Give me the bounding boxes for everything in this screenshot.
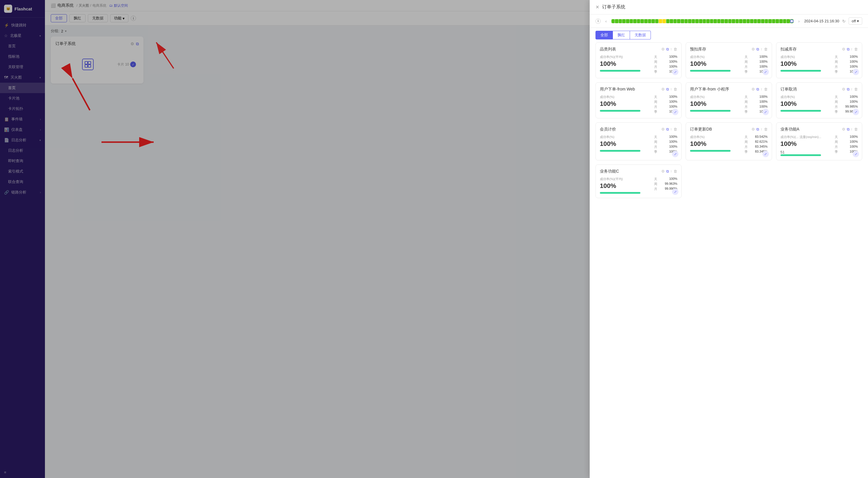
metric-copy-icon[interactable]: ⧉ bbox=[666, 169, 669, 174]
metric-settings-icon[interactable]: ⚙ bbox=[661, 87, 665, 92]
metric-upload-icon[interactable]: ↑ bbox=[761, 47, 763, 52]
metric-period: 天 bbox=[835, 135, 838, 139]
off-dropdown[interactable]: off ▾ bbox=[848, 18, 862, 25]
metric-expand-btn[interactable]: ⤢ bbox=[852, 109, 859, 115]
timeline-track bbox=[612, 19, 794, 23]
metric-upload-icon[interactable]: ↑ bbox=[851, 47, 853, 52]
metric-upload-icon[interactable]: ↑ bbox=[670, 169, 672, 174]
metric-period: 季 bbox=[654, 150, 657, 154]
metric-delete-icon[interactable]: 🗑 bbox=[764, 127, 768, 132]
metric-stat-row: 天 100% bbox=[835, 55, 858, 59]
timeline-segment bbox=[648, 19, 651, 23]
metric-settings-icon[interactable]: ⚙ bbox=[842, 47, 845, 52]
metric-delete-icon[interactable]: 🗑 bbox=[674, 169, 677, 174]
timeline-info-icon[interactable]: ℹ bbox=[595, 19, 601, 24]
metric-settings-icon[interactable]: ⚙ bbox=[661, 127, 665, 132]
timeline-segment bbox=[684, 19, 688, 23]
metric-label: 成功率(%)(平均) bbox=[600, 55, 651, 59]
metric-delete-icon[interactable]: 🗑 bbox=[674, 47, 677, 52]
metric-settings-icon[interactable]: ⚙ bbox=[751, 47, 755, 52]
metric-delete-icon[interactable]: 🗑 bbox=[764, 47, 768, 52]
metric-expand-btn[interactable]: ⤢ bbox=[672, 188, 678, 195]
metric-stat-row: 周 100% bbox=[654, 100, 677, 104]
metric-card-deduct-inventory: 扣减库存 ⚙ ⧉ ↑ 🗑 成功率(%) 100% 天 100% bbox=[776, 42, 862, 78]
metric-expand-btn[interactable]: ⤢ bbox=[672, 69, 678, 75]
timeline-segment bbox=[681, 19, 684, 23]
timeline-segment bbox=[710, 19, 713, 23]
panel-close-btn[interactable]: ✕ bbox=[595, 4, 599, 10]
metric-settings-icon[interactable]: ⚙ bbox=[842, 127, 845, 132]
metric-delete-icon[interactable]: 🗑 bbox=[854, 127, 858, 132]
metric-delete-icon[interactable]: 🗑 bbox=[674, 127, 677, 132]
refresh-icon[interactable]: ↻ bbox=[842, 19, 846, 24]
timeline-prev-btn[interactable]: ‹ bbox=[603, 18, 609, 24]
metric-expand-btn[interactable]: ⤢ bbox=[763, 109, 769, 115]
metric-period-value: 100% bbox=[760, 55, 768, 59]
metric-expand-btn[interactable]: ⤢ bbox=[763, 151, 769, 157]
metric-upload-icon[interactable]: ↑ bbox=[670, 47, 672, 52]
metric-period-value: 100% bbox=[760, 60, 768, 64]
metric-period: 月 bbox=[654, 65, 657, 69]
metric-stat-row: 月 100% bbox=[654, 65, 677, 69]
panel-tab-nodata[interactable]: 无数据 bbox=[630, 31, 651, 39]
metric-expand-btn[interactable]: ⤢ bbox=[852, 69, 859, 75]
timeline-segment bbox=[706, 19, 710, 23]
metric-copy-icon[interactable]: ⧉ bbox=[847, 47, 849, 52]
timeline-segment bbox=[641, 19, 644, 23]
metric-value: 100% bbox=[690, 140, 741, 148]
metric-stat-row: 天 100% bbox=[744, 55, 768, 59]
metric-period-value: 100% bbox=[850, 100, 858, 104]
metric-delete-icon[interactable]: 🗑 bbox=[764, 87, 768, 92]
metric-settings-icon[interactable]: ⚙ bbox=[751, 87, 755, 92]
metric-upload-icon[interactable]: ↑ bbox=[851, 87, 853, 92]
metric-period-value: 100% bbox=[850, 60, 858, 64]
panel-tab-red[interactable]: 飘红 bbox=[613, 31, 630, 39]
metric-upload-icon[interactable]: ↑ bbox=[670, 127, 672, 132]
metric-delete-icon[interactable]: 🗑 bbox=[674, 87, 677, 92]
metric-header: 预扣库存 ⚙ ⧉ ↑ 🗑 bbox=[690, 47, 767, 52]
metric-upload-icon[interactable]: ↑ bbox=[761, 87, 763, 92]
timeline-segment bbox=[724, 19, 728, 23]
metric-upload-icon[interactable]: ↑ bbox=[851, 127, 853, 132]
metric-period: 周 bbox=[654, 140, 657, 144]
metric-copy-icon[interactable]: ⧉ bbox=[756, 47, 759, 52]
metric-copy-icon[interactable]: ⧉ bbox=[847, 87, 849, 92]
metric-settings-icon[interactable]: ⚙ bbox=[661, 169, 665, 174]
metric-settings-icon[interactable]: ⚙ bbox=[842, 87, 845, 92]
timeline-next-btn[interactable]: › bbox=[796, 18, 801, 24]
metric-copy-icon[interactable]: ⧉ bbox=[666, 87, 669, 92]
metric-value: 100% bbox=[600, 140, 651, 148]
metric-period: 天 bbox=[744, 135, 748, 139]
panel-tab-all[interactable]: 全部 bbox=[595, 31, 613, 39]
metric-period: 月 bbox=[835, 65, 838, 69]
metric-period: 天 bbox=[835, 55, 838, 59]
metric-stat-row: 天 83.542% bbox=[744, 135, 768, 139]
metric-upload-icon[interactable]: ↑ bbox=[761, 127, 763, 132]
metric-copy-icon[interactable]: ⧉ bbox=[847, 127, 849, 132]
timeline-segment bbox=[743, 19, 746, 23]
metric-delete-icon[interactable]: 🗑 bbox=[854, 47, 858, 52]
metric-expand-btn[interactable]: ⤢ bbox=[763, 69, 769, 75]
metric-left: 成功率(%) 100% bbox=[780, 55, 832, 74]
metric-expand-btn[interactable]: ⤢ bbox=[672, 151, 678, 157]
metric-copy-icon[interactable]: ⧉ bbox=[666, 47, 669, 52]
metric-stat-row: 天 100% bbox=[744, 95, 768, 99]
metric-stat-row: 月 100% bbox=[744, 65, 768, 69]
metric-body: 成功率(%)(平均) 100% 天 100% 周 100% 月 100% 季 bbox=[600, 55, 677, 74]
overlay-panel: ✕ 订单子系统 ℹ ‹ › 2024-04-15 21:16:30 ↻ off … bbox=[590, 0, 868, 478]
metric-expand-btn[interactable]: ⤢ bbox=[852, 151, 859, 157]
metric-settings-icon[interactable]: ⚙ bbox=[751, 127, 755, 132]
metric-card-category-list: 品类列表 ⚙ ⧉ ↑ 🗑 成功率(%)(平均) 100% 天 100% bbox=[595, 42, 682, 78]
metric-stat-row: 周 100% bbox=[835, 140, 858, 144]
metric-copy-icon[interactable]: ⧉ bbox=[666, 127, 669, 132]
metric-copy-icon[interactable]: ⧉ bbox=[756, 87, 759, 92]
metric-stat-row: 周 100% bbox=[835, 100, 858, 104]
metric-period-value: 82.621% bbox=[755, 140, 767, 144]
metric-period: 周 bbox=[835, 60, 838, 64]
metric-bar-fill bbox=[690, 70, 731, 72]
metric-settings-icon[interactable]: ⚙ bbox=[661, 47, 665, 52]
metric-expand-btn[interactable]: ⤢ bbox=[672, 109, 678, 115]
metric-copy-icon[interactable]: ⧉ bbox=[756, 127, 759, 132]
metric-delete-icon[interactable]: 🗑 bbox=[854, 87, 858, 92]
metric-upload-icon[interactable]: ↑ bbox=[670, 87, 672, 92]
